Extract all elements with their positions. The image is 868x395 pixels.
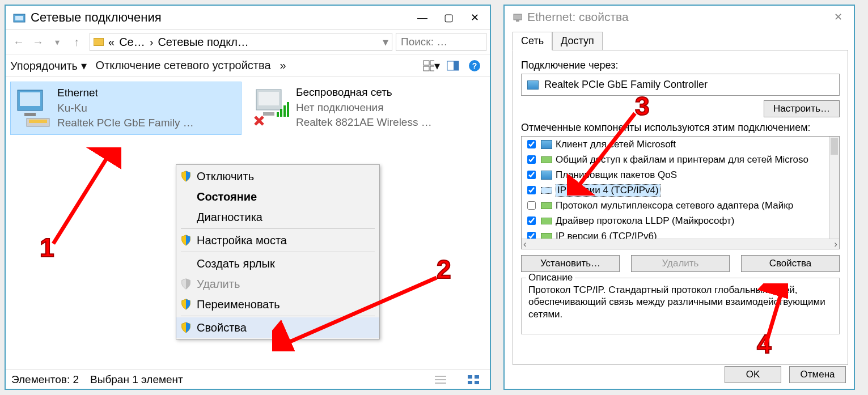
vertical-scrollbar[interactable] bbox=[829, 137, 839, 239]
search-input[interactable]: Поиск: … bbox=[396, 33, 486, 51]
address-dropdown[interactable]: ▾ bbox=[383, 35, 388, 49]
close-button[interactable]: ✕ bbox=[825, 11, 850, 23]
wireless-adapter-icon bbox=[253, 85, 293, 130]
dialog-titlebar: Ethernet: свойства ✕ bbox=[505, 6, 854, 28]
component-icon bbox=[541, 202, 552, 209]
components-label: Отмеченные компоненты используются этим … bbox=[521, 122, 840, 134]
ctx-shortcut[interactable]: Создать ярлык bbox=[176, 253, 379, 274]
svg-rect-18 bbox=[277, 112, 279, 117]
components-list[interactable]: Клиент для сетей MicrosoftОбщий доступ к… bbox=[521, 136, 840, 249]
svg-rect-27 bbox=[468, 381, 472, 384]
connect-via-label: Подключение через: bbox=[521, 60, 840, 71]
component-label: IP версии 4 (TCP/IPv4) bbox=[556, 184, 660, 197]
breadcrumb-item[interactable]: Се… bbox=[119, 36, 145, 49]
nav-bar: ← → ▾ ↑ « Се… › Сетевые подкл… ▾ Поиск: … bbox=[6, 29, 490, 54]
ctx-diagnose[interactable]: Диагностика bbox=[176, 207, 379, 227]
cancel-button[interactable]: Отмена bbox=[789, 366, 846, 383]
component-item[interactable]: Планировщик пакетов QoS bbox=[522, 167, 829, 182]
tab-sharing[interactable]: Доступ bbox=[552, 32, 603, 50]
description-text: Протокол TCP/IP. Стандартный протокол гл… bbox=[528, 284, 832, 320]
shield-icon bbox=[180, 234, 192, 247]
shield-icon bbox=[180, 298, 192, 311]
annotation-4: 4 bbox=[757, 329, 772, 359]
configure-button[interactable]: Настроить… bbox=[764, 100, 840, 117]
connection-name: Беспроводная сеть bbox=[296, 85, 432, 100]
svg-rect-12 bbox=[24, 113, 36, 116]
close-button[interactable]: ✕ bbox=[461, 9, 488, 27]
window-controls: — ▢ ✕ bbox=[409, 9, 488, 27]
component-item[interactable]: Драйвер протокола LLDP (Майкрософт) bbox=[522, 213, 829, 228]
history-dropdown[interactable]: ▾ bbox=[48, 32, 67, 52]
component-checkbox[interactable] bbox=[527, 171, 536, 179]
connection-device: Realtek PCIe GbE Family … bbox=[57, 116, 194, 131]
component-checkbox[interactable] bbox=[527, 216, 536, 225]
connection-device: Realtek 8821AE Wireless … bbox=[296, 115, 432, 130]
component-item[interactable]: IP версии 4 (TCP/IPv4) bbox=[522, 182, 829, 198]
adapter-name: Realtek PCIe GbE Family Controller bbox=[544, 79, 708, 91]
ctx-bridge[interactable]: Настройка моста bbox=[176, 230, 379, 250]
component-label: Протокол мультиплексора сетевого адаптер… bbox=[556, 200, 793, 211]
install-button[interactable]: Установить… bbox=[521, 255, 620, 272]
ethernet-properties-dialog: Ethernet: свойства ✕ Сеть Доступ Подключ… bbox=[503, 5, 855, 390]
disable-device-button[interactable]: Отключение сетевого устройства bbox=[96, 59, 271, 72]
details-view-icon[interactable] bbox=[432, 372, 449, 387]
tab-strip: Сеть Доступ bbox=[513, 32, 848, 50]
component-icon bbox=[541, 156, 552, 163]
breadcrumb-prefix: « bbox=[108, 36, 115, 49]
forward-button[interactable]: → bbox=[28, 32, 48, 52]
description-group: Описание Протокол TCP/IP. Стандартный пр… bbox=[521, 278, 840, 334]
ctx-status[interactable]: Состояние bbox=[176, 186, 379, 207]
connection-status: Ku-Ku bbox=[57, 101, 194, 116]
properties-button[interactable]: Свойства bbox=[741, 255, 840, 272]
adapter-field: Realtek PCIe GbE Family Controller bbox=[521, 74, 840, 96]
organize-menu[interactable]: Упорядочить ▾ bbox=[10, 59, 87, 73]
svg-rect-25 bbox=[468, 375, 472, 379]
connection-name: Ethernet bbox=[57, 86, 194, 101]
ok-button[interactable]: OK bbox=[725, 366, 781, 383]
titlebar: Сетевые подключения — ▢ ✕ bbox=[6, 6, 490, 29]
ethernet-adapter-icon bbox=[14, 86, 54, 131]
svg-rect-5 bbox=[430, 66, 434, 71]
component-item[interactable]: Клиент для сетей Microsoft bbox=[522, 137, 829, 152]
window-title: Сетевые подключения bbox=[31, 10, 409, 25]
svg-rect-30 bbox=[516, 20, 519, 22]
component-item[interactable]: Общий доступ к файлам и принтерам для се… bbox=[522, 152, 829, 167]
shield-icon bbox=[180, 321, 192, 334]
more-commands[interactable]: » bbox=[280, 59, 286, 72]
ctx-rename[interactable]: Переименовать bbox=[176, 294, 379, 315]
help-icon[interactable]: ? bbox=[466, 58, 483, 73]
up-button[interactable]: ↑ bbox=[67, 32, 86, 52]
component-icon bbox=[541, 218, 552, 224]
context-menu: Отключить Состояние Диагностика Настройк… bbox=[176, 164, 380, 339]
component-item[interactable]: Протокол мультиплексора сетевого адаптер… bbox=[522, 198, 829, 213]
items-count-label: Элементов: 2 bbox=[11, 373, 79, 386]
back-button[interactable]: ← bbox=[9, 32, 28, 52]
svg-rect-4 bbox=[424, 66, 429, 71]
component-checkbox[interactable] bbox=[527, 140, 536, 148]
component-checkbox[interactable] bbox=[527, 201, 536, 210]
annotation-2: 2 bbox=[437, 254, 451, 284]
minimize-button[interactable]: — bbox=[409, 9, 435, 27]
view-options-icon[interactable]: ▾ bbox=[423, 58, 440, 73]
horizontal-scrollbar[interactable]: ‹› bbox=[522, 239, 839, 249]
component-checkbox[interactable] bbox=[527, 155, 536, 164]
annotation-3: 3 bbox=[635, 91, 650, 121]
tiles-view-icon[interactable] bbox=[465, 372, 482, 387]
uninstall-button: Удалить bbox=[631, 255, 730, 272]
preview-pane-icon[interactable] bbox=[444, 58, 461, 73]
ctx-disable[interactable]: Отключить bbox=[176, 166, 379, 186]
breadcrumb-item[interactable]: Сетевые подкл… bbox=[158, 36, 248, 49]
tab-network[interactable]: Сеть bbox=[513, 32, 552, 50]
component-checkbox[interactable] bbox=[527, 186, 536, 194]
ctx-delete[interactable]: Удалить bbox=[176, 274, 379, 294]
svg-rect-7 bbox=[454, 61, 459, 70]
address-bar[interactable]: « Се… › Сетевые подкл… ▾ bbox=[90, 33, 392, 51]
connection-item-wireless[interactable]: Беспроводная сеть Нет подключения Realte… bbox=[249, 82, 481, 134]
shield-icon bbox=[180, 278, 192, 290]
maximize-button[interactable]: ▢ bbox=[435, 9, 461, 27]
ctx-properties[interactable]: Свойства bbox=[176, 317, 379, 338]
component-label: Общий доступ к файлам и принтерам для се… bbox=[556, 154, 808, 165]
connection-item-ethernet[interactable]: Ethernet Ku-Ku Realtek PCIe GbE Family … bbox=[10, 82, 242, 135]
component-label: Клиент для сетей Microsoft bbox=[556, 139, 676, 150]
selection-status: Выбран 1 элемент bbox=[90, 373, 183, 386]
